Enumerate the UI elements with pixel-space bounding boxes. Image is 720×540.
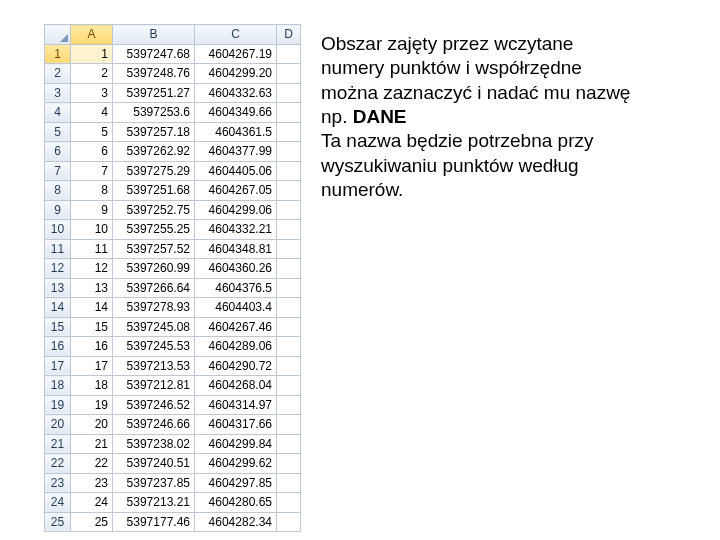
table-row[interactable]: 775397275.294604405.06 bbox=[45, 161, 301, 181]
row-header[interactable]: 11 bbox=[45, 239, 71, 259]
cell[interactable]: 5397212.81 bbox=[113, 376, 195, 396]
cell[interactable] bbox=[277, 64, 301, 84]
cell[interactable] bbox=[277, 259, 301, 279]
row-header[interactable]: 12 bbox=[45, 259, 71, 279]
row-header[interactable]: 19 bbox=[45, 395, 71, 415]
cell[interactable]: 5397257.18 bbox=[113, 122, 195, 142]
row-header[interactable]: 13 bbox=[45, 278, 71, 298]
cell[interactable] bbox=[277, 278, 301, 298]
cell[interactable]: 5397245.08 bbox=[113, 317, 195, 337]
cell[interactable] bbox=[277, 298, 301, 318]
cell[interactable]: 4604289.06 bbox=[195, 337, 277, 357]
row-header[interactable]: 23 bbox=[45, 473, 71, 493]
cell[interactable]: 16 bbox=[71, 337, 113, 357]
cell[interactable]: 4604403.4 bbox=[195, 298, 277, 318]
table-row[interactable]: 22225397240.514604299.62 bbox=[45, 454, 301, 474]
table-row[interactable]: 16165397245.534604289.06 bbox=[45, 337, 301, 357]
table-row[interactable]: 25255397177.464604282.34 bbox=[45, 512, 301, 532]
cell[interactable]: 5397246.52 bbox=[113, 395, 195, 415]
cell[interactable]: 4604299.62 bbox=[195, 454, 277, 474]
cell[interactable]: 5397237.85 bbox=[113, 473, 195, 493]
cell[interactable]: 5397262.92 bbox=[113, 142, 195, 162]
table-row[interactable]: 17175397213.534604290.72 bbox=[45, 356, 301, 376]
cell[interactable] bbox=[277, 434, 301, 454]
cell[interactable]: 4604299.06 bbox=[195, 200, 277, 220]
cell[interactable]: 11 bbox=[71, 239, 113, 259]
table-row[interactable]: 115397247.684604267.19 bbox=[45, 44, 301, 64]
cell[interactable] bbox=[277, 415, 301, 435]
row-header[interactable]: 20 bbox=[45, 415, 71, 435]
cell[interactable]: 9 bbox=[71, 200, 113, 220]
cell[interactable]: 4604317.66 bbox=[195, 415, 277, 435]
cell[interactable]: 4604282.34 bbox=[195, 512, 277, 532]
row-header[interactable]: 16 bbox=[45, 337, 71, 357]
cell[interactable]: 3 bbox=[71, 83, 113, 103]
table-row[interactable]: 12125397260.994604360.26 bbox=[45, 259, 301, 279]
cell[interactable]: 4604376.5 bbox=[195, 278, 277, 298]
table-row[interactable]: 995397252.754604299.06 bbox=[45, 200, 301, 220]
cell[interactable]: 14 bbox=[71, 298, 113, 318]
cell[interactable]: 4604267.19 bbox=[195, 44, 277, 64]
col-header-c[interactable]: C bbox=[195, 25, 277, 45]
row-header[interactable]: 18 bbox=[45, 376, 71, 396]
table-row[interactable]: 24245397213.214604280.65 bbox=[45, 493, 301, 513]
cell[interactable]: 5397177.46 bbox=[113, 512, 195, 532]
cell[interactable] bbox=[277, 512, 301, 532]
cell[interactable] bbox=[277, 376, 301, 396]
cell[interactable]: 5397253.6 bbox=[113, 103, 195, 123]
cell[interactable]: 7 bbox=[71, 161, 113, 181]
cell[interactable]: 5397246.66 bbox=[113, 415, 195, 435]
cell[interactable]: 4604267.05 bbox=[195, 181, 277, 201]
cell[interactable] bbox=[277, 454, 301, 474]
cell[interactable]: 5397213.21 bbox=[113, 493, 195, 513]
cell[interactable]: 4604349.66 bbox=[195, 103, 277, 123]
table-row[interactable]: 13135397266.644604376.5 bbox=[45, 278, 301, 298]
cell[interactable]: 5397260.99 bbox=[113, 259, 195, 279]
table-row[interactable]: 665397262.924604377.99 bbox=[45, 142, 301, 162]
cell[interactable] bbox=[277, 200, 301, 220]
cell[interactable]: 1 bbox=[71, 44, 113, 64]
cell[interactable]: 5 bbox=[71, 122, 113, 142]
cell[interactable]: 5397257.52 bbox=[113, 239, 195, 259]
cell[interactable]: 5397266.64 bbox=[113, 278, 195, 298]
table-row[interactable]: 21215397238.024604299.84 bbox=[45, 434, 301, 454]
cell[interactable] bbox=[277, 161, 301, 181]
table-row[interactable]: 19195397246.524604314.97 bbox=[45, 395, 301, 415]
table-row[interactable]: 11115397257.524604348.81 bbox=[45, 239, 301, 259]
cell[interactable] bbox=[277, 356, 301, 376]
cell[interactable]: 4604297.85 bbox=[195, 473, 277, 493]
cell[interactable]: 18 bbox=[71, 376, 113, 396]
row-header[interactable]: 6 bbox=[45, 142, 71, 162]
cell[interactable]: 4604290.72 bbox=[195, 356, 277, 376]
cell[interactable]: 4604268.04 bbox=[195, 376, 277, 396]
cell[interactable]: 4604361.5 bbox=[195, 122, 277, 142]
table-row[interactable]: 335397251.274604332.63 bbox=[45, 83, 301, 103]
cell[interactable] bbox=[277, 220, 301, 240]
cell[interactable] bbox=[277, 473, 301, 493]
col-header-d[interactable]: D bbox=[277, 25, 301, 45]
table-row[interactable]: 23235397237.854604297.85 bbox=[45, 473, 301, 493]
cell[interactable]: 20 bbox=[71, 415, 113, 435]
cell[interactable]: 6 bbox=[71, 142, 113, 162]
row-header[interactable]: 14 bbox=[45, 298, 71, 318]
row-header[interactable]: 7 bbox=[45, 161, 71, 181]
cell[interactable]: 22 bbox=[71, 454, 113, 474]
cell[interactable]: 4604299.20 bbox=[195, 64, 277, 84]
row-header[interactable]: 8 bbox=[45, 181, 71, 201]
cell[interactable]: 4604267.46 bbox=[195, 317, 277, 337]
cell[interactable]: 4604332.21 bbox=[195, 220, 277, 240]
cell[interactable]: 25 bbox=[71, 512, 113, 532]
cell[interactable]: 5397255.25 bbox=[113, 220, 195, 240]
cell[interactable]: 5397252.75 bbox=[113, 200, 195, 220]
cell[interactable]: 4604280.65 bbox=[195, 493, 277, 513]
row-header[interactable]: 9 bbox=[45, 200, 71, 220]
table-row[interactable]: 20205397246.664604317.66 bbox=[45, 415, 301, 435]
table-row[interactable]: 15155397245.084604267.46 bbox=[45, 317, 301, 337]
cell[interactable] bbox=[277, 181, 301, 201]
cell[interactable] bbox=[277, 317, 301, 337]
cell[interactable]: 23 bbox=[71, 473, 113, 493]
cell[interactable]: 15 bbox=[71, 317, 113, 337]
spreadsheet-grid[interactable]: A B C D 115397247.684604267.19225397248.… bbox=[44, 24, 301, 532]
cell[interactable]: 5397238.02 bbox=[113, 434, 195, 454]
cell[interactable] bbox=[277, 142, 301, 162]
